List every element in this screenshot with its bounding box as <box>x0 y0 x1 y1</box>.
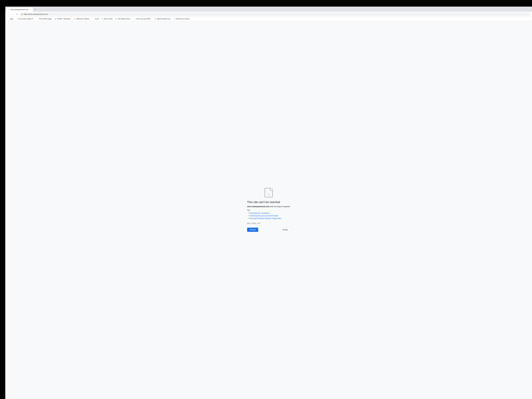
bookmarks-bar: ⋮⋮ Apps ⟳ The Cycles Shader E... 📄 Free … <box>5 17 532 21</box>
error-domain: store.steampowered.com <box>247 205 269 208</box>
suggestion-connection[interactable]: Checking the connection <box>248 212 282 214</box>
bookmark-freeicons[interactable]: ℹ Free Icons and PNG... <box>133 18 153 20</box>
refresh-button[interactable]: ↺ <box>15 13 19 16</box>
bookmark-apps-label: Apps <box>10 18 13 20</box>
sibl-icon: 🔍 <box>101 18 103 20</box>
error-container: This site can't be reached store.steampo… <box>245 185 293 234</box>
error-try-label: Try: <box>247 209 250 211</box>
bookmark-freeicons-label: Free Icons and PNG... <box>136 18 152 20</box>
bookmark-highres[interactable]: 8 High Resolution Se... <box>153 18 173 20</box>
back-button[interactable]: ← <box>7 13 10 16</box>
freeicons-icon: ℹ <box>134 18 135 20</box>
browser-window: 📄 store.steampowered.com × + ← → ↺ 🔒 htt… <box>5 6 532 399</box>
3dart-icon: ✦ <box>93 18 95 20</box>
new-tab-button[interactable]: + <box>33 8 37 11</box>
page-content: This site can't be reached store.steampo… <box>5 21 532 399</box>
error-subtitle-message: took too long to respond. <box>269 205 290 208</box>
blend-icon: ▶ <box>74 18 76 20</box>
active-tab[interactable]: 📄 store.steampowered.com × <box>6 8 33 12</box>
apps-icon: ⋮⋮ <box>7 18 9 20</box>
error-page-icon <box>265 188 272 197</box>
bookmark-cycles[interactable]: ⟳ The Cycles Shader E... <box>15 18 35 20</box>
bookmark-official-label: The Official Home... <box>117 18 131 20</box>
bookmark-cycles-label: The Cycles Shader E... <box>18 18 34 20</box>
bookmark-blend[interactable]: ▶ Welcome to Blend... <box>73 18 91 20</box>
url-bar[interactable]: 🔒 https://store.steampowered.com <box>19 13 530 16</box>
error-title: This site can't be reached <box>247 200 280 204</box>
bookmark-sibl[interactable]: 🔍 sIBL Archive <box>100 18 114 20</box>
tf3dm-icon: 3D <box>54 18 56 20</box>
hdr-icon: 📄 <box>37 18 39 20</box>
bookmark-steam[interactable]: ⚙ Welcome to Steam <box>173 18 191 20</box>
suggestion-diagnostics[interactable]: Running Windows Network Diagnostics <box>248 217 282 219</box>
bookmark-highres-label: High Resolution Se... <box>157 18 171 20</box>
bookmark-tf3dm[interactable]: 3D TF3DM - 3D Model... <box>53 18 72 20</box>
steam-icon: ⚙ <box>174 18 176 20</box>
tab-close-button[interactable]: × <box>29 9 31 11</box>
details-button[interactable]: Details <box>280 228 290 232</box>
error-subtitle: store.steampowered.com took too long to … <box>247 205 290 208</box>
tab-bar: 📄 store.steampowered.com × + <box>5 6 532 12</box>
address-bar: ← → ↺ 🔒 https://store.steampowered.com <box>5 12 532 17</box>
official-icon: M <box>115 18 117 20</box>
cycles-icon: ⟳ <box>16 18 18 20</box>
bookmark-official[interactable]: M The Official Home... <box>114 18 133 20</box>
bookmark-3dart[interactable]: ✦ 3d art <box>92 18 100 20</box>
bookmark-3dart-label: 3d art <box>95 18 99 20</box>
bookmark-hdr[interactable]: 📄 Free HDR Images <box>36 18 53 20</box>
error-buttons: Reload Details <box>247 228 290 232</box>
highres-icon: 8 <box>154 18 156 20</box>
tab-favicon: 📄 <box>8 9 10 11</box>
error-code: ERR_TIMED_OUT <box>247 223 260 224</box>
bookmark-blend-label: Welcome to Blend... <box>76 18 90 20</box>
bookmark-tf3dm-label: TF3DM - 3D Model... <box>57 18 71 20</box>
url-text: https://store.steampowered.com <box>24 13 48 15</box>
bookmark-hdr-label: Free HDR Images <box>39 18 52 20</box>
lock-icon: 🔒 <box>21 13 23 15</box>
bookmark-apps[interactable]: ⋮⋮ Apps <box>6 18 14 20</box>
error-suggestions-list: Checking the connection Checking the pro… <box>247 212 282 220</box>
tab-title: store.steampowered.com <box>11 9 28 11</box>
reload-button[interactable]: Reload <box>247 228 258 232</box>
forward-button[interactable]: → <box>11 13 14 16</box>
bookmark-sibl-label: sIBL Archive <box>104 18 113 20</box>
suggestion-proxy[interactable]: Checking the proxy and the firewall <box>248 215 282 217</box>
bookmark-steam-label: Welcome to Steam <box>176 18 190 20</box>
